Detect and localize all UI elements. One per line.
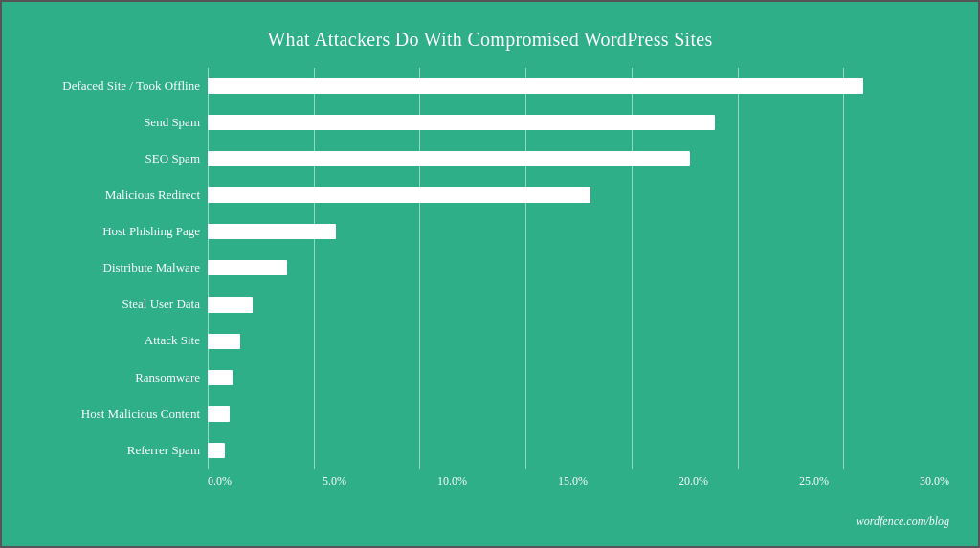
x-axis: 0.0%5.0%10.0%15.0%20.0%25.0%30.0% — [208, 474, 949, 489]
chart-container: What Attackers Do With Compromised WordP… — [0, 0, 980, 548]
bar-row — [208, 443, 949, 458]
x-axis-label: 30.0% — [920, 474, 949, 489]
y-labels: Defaced Site / Took OfflineSend SpamSEO … — [31, 68, 208, 469]
chart-area: Defaced Site / Took OfflineSend SpamSEO … — [31, 68, 949, 469]
y-axis-label: Ransomware — [135, 371, 200, 384]
bar-row — [208, 334, 949, 349]
y-axis-label: Host Phishing Page — [102, 225, 200, 238]
bar — [208, 187, 590, 203]
y-axis-label: Attack Site — [145, 334, 200, 347]
chart-title: What Attackers Do With Compromised WordP… — [31, 29, 949, 51]
y-axis-label: Send Spam — [144, 116, 200, 129]
bar — [208, 443, 225, 458]
x-axis-labels: 0.0%5.0%10.0%15.0%20.0%25.0%30.0% — [208, 474, 949, 489]
x-axis-label: 20.0% — [679, 474, 708, 489]
bar — [208, 297, 253, 313]
bar-row — [208, 297, 949, 313]
y-axis-label: Steal User Data — [122, 297, 200, 311]
bar-row — [208, 78, 949, 94]
bar — [208, 334, 240, 349]
x-axis-label: 10.0% — [437, 474, 467, 489]
y-axis-label: Defaced Site / Took Offline — [62, 79, 200, 93]
x-axis-label: 25.0% — [799, 474, 829, 489]
bar — [208, 260, 287, 275]
watermark: wordfence.com/blog — [857, 515, 949, 529]
bar-row — [208, 260, 949, 275]
x-axis-label: 0.0% — [208, 474, 232, 489]
bar — [208, 224, 336, 239]
y-axis-label: SEO Spam — [145, 152, 200, 165]
x-axis-label: 5.0% — [323, 474, 346, 489]
bar-row — [208, 370, 949, 385]
y-axis-label: Malicious Redirect — [105, 188, 200, 202]
x-axis-label: 15.0% — [558, 474, 588, 489]
bar — [208, 78, 863, 94]
bar-row — [208, 406, 949, 422]
bar — [208, 151, 690, 166]
bar-row — [208, 115, 949, 130]
y-axis-label: Host Malicious Content — [81, 407, 200, 421]
bar — [208, 115, 715, 130]
bar — [208, 406, 230, 422]
bar-row — [208, 151, 949, 166]
bar-row — [208, 224, 949, 239]
y-axis-label: Referrer Spam — [127, 444, 200, 457]
bar — [208, 370, 233, 385]
bars-area — [208, 68, 949, 469]
bar-row — [208, 187, 949, 203]
y-axis-label: Distribute Malware — [103, 261, 200, 274]
